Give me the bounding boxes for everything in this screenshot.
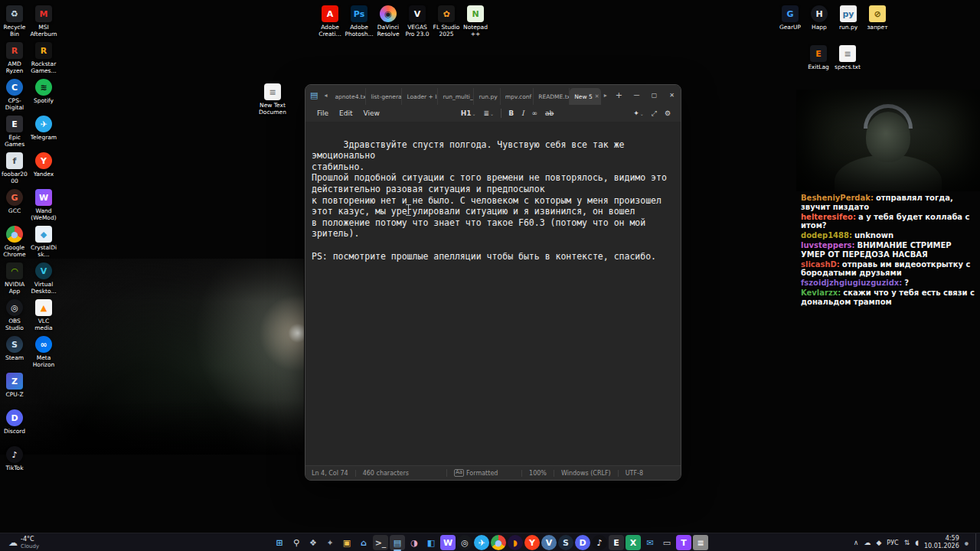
tray-onedrive-icon[interactable]: ☁ [864, 539, 871, 546]
status-line-endings[interactable]: Windows (CRLF) [554, 470, 618, 477]
language-indicator[interactable]: РУС [887, 540, 898, 546]
taskbar-icon-terminal[interactable]: >_ [373, 535, 388, 550]
status-formatted-toggle[interactable]: Aa Formatted [446, 469, 505, 477]
desktop-icon-vegas-pro[interactable]: V VEGAS Pro 23.0 [403, 3, 432, 40]
taskbar-icon-vk[interactable]: V [541, 535, 557, 550]
tab-scroll-left-icon[interactable]: ◂ [321, 92, 330, 99]
taskbar-icon-notes[interactable]: ≡ [693, 535, 708, 550]
tab-close-icon[interactable]: ✕ [595, 93, 599, 99]
taskbar-icon-file-explorer[interactable]: ▣ [339, 535, 354, 550]
list-style-button[interactable]: ≣ ⌄ [480, 109, 498, 117]
taskbar-icon-task-view[interactable]: ❖ [305, 535, 321, 550]
taskbar-icon-start[interactable]: ⊞ [272, 535, 287, 550]
taskbar-icon-tiktok[interactable]: ♪ [592, 535, 607, 550]
desktop-icon-fl-studio[interactable]: ✿ FL Studio 2025 [432, 3, 461, 40]
desktop-icon-specs-txt[interactable]: ≡ specs.txt [833, 43, 862, 80]
minimize-button[interactable]: — [628, 85, 645, 105]
desktop-icon-amd-ryzen-master[interactable]: R AMD Ryzen Master [0, 40, 29, 77]
taskbar-icon-epic-games[interactable]: E [609, 535, 624, 550]
strikethrough-button[interactable]: ab [541, 109, 557, 117]
tab-mpv-conf[interactable]: mpv.conf [501, 88, 534, 105]
taskbar-icon-obs-studio[interactable]: ◎ [457, 535, 472, 550]
italic-button[interactable]: I [518, 109, 528, 117]
desktop-icon-recycle-bin[interactable]: ♻ Recycle Bin [0, 3, 29, 40]
taskbar-icon-wemod[interactable]: W [440, 535, 456, 550]
desktop-icon-zapret[interactable]: ⊘ запрет [863, 3, 892, 40]
desktop-icon-cpu-z[interactable]: Z CPU-Z [0, 370, 29, 407]
desktop-icon-steam[interactable]: S Steam [0, 334, 29, 370]
menu-view[interactable]: View [358, 109, 385, 117]
link-button[interactable]: ∞ [528, 109, 542, 117]
tray-chevron-up-icon[interactable]: ∧ [854, 539, 859, 546]
desktop-icon-discord[interactable]: D Discord [0, 407, 29, 444]
editor-area[interactable]: Здравствуйте спустя полгода. Чувствую се… [305, 122, 681, 465]
desktop-icon-new-text-document[interactable]: ≡ New Text Document.... [258, 81, 287, 118]
editor-mode-button[interactable]: ⤢ [648, 109, 661, 118]
desktop-icon-tiktok[interactable]: ♪ TikTok [0, 444, 29, 481]
tab-loader-ins[interactable]: Loader + Ins [402, 88, 438, 105]
taskbar-icon-mail[interactable]: ✉ [642, 535, 658, 550]
status-encoding[interactable]: UTF-8 [618, 470, 650, 477]
desktop-icon-adobe-photoshop[interactable]: Ps Adobe Photosh... [345, 3, 374, 40]
menu-file[interactable]: File [312, 109, 334, 117]
desktop-icon-wemod[interactable]: W Wand (WeMod) [29, 187, 58, 223]
settings-button[interactable]: ⚙ [661, 109, 675, 117]
taskbar-icon-excel[interactable]: X [626, 535, 641, 550]
desktop-icon-crystaldiskinfo[interactable]: ◆ CrystalDisk... [29, 223, 58, 260]
show-desktop-button[interactable] [975, 533, 978, 551]
desktop-icon-meta-horizon-link[interactable]: ∞ Meta Horizon Link [29, 334, 58, 370]
status-zoom[interactable]: 100% [521, 470, 554, 477]
tray-defender-icon[interactable]: ◆ [876, 539, 881, 546]
taskbar-icon-remote-desktop[interactable]: ▭ [659, 535, 675, 550]
desktop-icon-virtual-desktop[interactable]: V Virtual Deskto... [29, 260, 58, 297]
taskbar-icon-search[interactable]: ⚲ [289, 535, 304, 550]
new-tab-button[interactable]: + [610, 90, 628, 100]
desktop-icon-spotify[interactable]: ≋ Spotify [29, 77, 58, 113]
desktop-icon-msi-afterburner[interactable]: M MSI Afterburner [29, 3, 58, 40]
desktop-icon-run-py[interactable]: py run.py [834, 3, 863, 40]
taskbar-icon-copilot[interactable]: ✦ [322, 535, 338, 550]
desktop-icon-davinci-resolve[interactable]: ◉ DaVinci Resolve [374, 3, 403, 40]
taskbar-icon-steam[interactable]: S [558, 535, 573, 550]
desktop-icon-gearup[interactable]: G GearUP [776, 3, 805, 40]
taskbar-icon-chrome[interactable]: ● [491, 535, 506, 550]
tab-scroll-right-icon[interactable]: ▸ [601, 92, 610, 99]
taskbar-icon-yandex-browser[interactable]: Y [524, 535, 540, 550]
desktop-icon-notepad-plus-plus[interactable]: N Notepad++ [461, 3, 490, 40]
heading-style-button[interactable]: H1 ⌄ [457, 109, 480, 117]
copilot-button[interactable]: ✦ ⌄ [629, 109, 648, 117]
tab-run-py[interactable]: run.py [474, 88, 500, 105]
desktop-icon-foobar2000[interactable]: f foobar2000 [0, 150, 29, 187]
desktop-icon-rockstar-games[interactable]: R Rockstar Games... [29, 40, 58, 77]
desktop-icon-telegram[interactable]: ✈ Telegram [29, 113, 58, 150]
taskbar-icon-paint[interactable]: ◑ [407, 535, 422, 550]
desktop-icon-gcc[interactable]: G GCC [0, 187, 29, 223]
taskbar-icon-discord[interactable]: D [575, 535, 590, 550]
close-button[interactable]: ✕ [663, 85, 681, 105]
tab-run-multi-ro[interactable]: run_multi_ro [438, 88, 474, 105]
taskbar-clock[interactable]: 4:59 10.01.2026 [924, 535, 959, 550]
desktop-icon-happ[interactable]: H Happ [805, 3, 834, 40]
taskbar-icon-telegram[interactable]: ✈ [474, 535, 489, 550]
tray-volume-icon[interactable]: ◖ [915, 539, 919, 546]
taskbar-icon-twitch[interactable]: T [676, 535, 691, 550]
bold-button[interactable]: B [505, 109, 518, 117]
tray-network-icon[interactable]: ⇅ [904, 539, 910, 546]
desktop-icon-yandex[interactable]: Y Yandex [29, 150, 58, 187]
weather-widget[interactable]: ☁ -4°C Cloudy [5, 533, 43, 551]
tab-list-general[interactable]: list-general.t [366, 88, 402, 105]
notification-bell-icon[interactable]: ● [965, 540, 970, 546]
taskbar-icon-notepad[interactable]: ▤ [390, 535, 405, 550]
desktop-icon-vlc[interactable]: ▲ VLC media player [29, 297, 58, 334]
desktop-icon-google-chrome[interactable]: ● Google Chrome [0, 223, 29, 260]
taskbar-icon-store[interactable]: ⌂ [356, 535, 371, 550]
tab-new-5[interactable]: New 5 ✕ [570, 88, 601, 105]
tab-readme-txt[interactable]: README.txt [534, 88, 570, 105]
desktop-icon-exitlag[interactable]: E ExitLag [804, 43, 833, 80]
maximize-button[interactable]: ▢ [645, 85, 663, 105]
desktop-icon-adobe-creative-cloud[interactable]: A Adobe Creati... [315, 3, 345, 40]
tab-apnote4-txt[interactable]: apnote4.txt [330, 88, 366, 105]
menu-edit[interactable]: Edit [334, 109, 358, 117]
desktop-icon-cps-digital[interactable]: C CPS-Digital [0, 77, 29, 113]
taskbar-icon-firefox[interactable]: ◗ [508, 535, 523, 550]
